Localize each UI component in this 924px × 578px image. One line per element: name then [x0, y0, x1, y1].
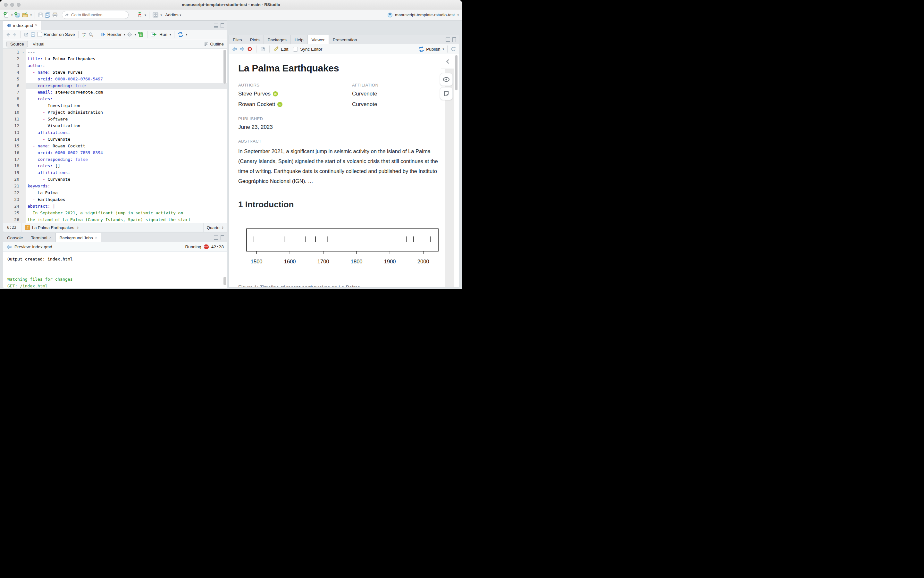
fold-arrow-icon[interactable]: ▾: [23, 49, 24, 56]
pane-layout-dropdown[interactable]: ▾: [161, 13, 162, 17]
code-line-20[interactable]: 20 - Curvenote: [3, 176, 227, 183]
popout-icon[interactable]: [24, 32, 29, 37]
tab-index-qmd[interactable]: index.qmd ×: [3, 21, 41, 30]
open-file-button[interactable]: [22, 12, 29, 18]
new-file-dropdown[interactable]: ▾: [11, 13, 13, 17]
maximize-pane-icon[interactable]: [221, 235, 224, 240]
annotation-button[interactable]: [440, 87, 453, 100]
gear-icon[interactable]: [127, 32, 132, 37]
rerun-icon[interactable]: [177, 32, 184, 37]
code-line-7[interactable]: 7 email: steve@curvenote.com: [3, 89, 227, 96]
publish-dropdown[interactable]: ▾: [442, 47, 444, 50]
sync-editor-checkbox[interactable]: [293, 47, 298, 52]
tab-terminal[interactable]: Terminal×: [27, 233, 56, 242]
code-line-16[interactable]: 16 orcid: 0000-0002-7859-8394: [3, 149, 227, 156]
tab-presentation[interactable]: Presentation: [329, 35, 361, 44]
clear-viewer-icon[interactable]: [247, 47, 252, 52]
code-line-18[interactable]: 18 roles: []: [3, 163, 227, 169]
close-tab-icon[interactable]: ×: [95, 235, 97, 240]
source-mode-button[interactable]: Source: [7, 41, 28, 47]
stop-job-icon[interactable]: STOP: [204, 244, 209, 249]
run-button[interactable]: Run: [159, 32, 168, 37]
code-line-14[interactable]: 14 - Curvenote: [3, 136, 227, 143]
run-dropdown[interactable]: ▾: [169, 33, 171, 36]
pane-layout-button[interactable]: [152, 12, 159, 18]
project-selector[interactable]: R manuscript-template-rstudio-test ▾: [387, 12, 459, 18]
code-line-21[interactable]: 21keywords:: [3, 183, 227, 190]
collapse-panel-button[interactable]: [441, 54, 454, 69]
code-line-12[interactable]: 12 - Visualization: [3, 123, 227, 130]
code-line-17[interactable]: 17 corresponding: false: [3, 156, 227, 163]
code-line-10[interactable]: 10 - Project administration: [3, 109, 227, 116]
close-tab-icon[interactable]: ×: [35, 23, 37, 28]
save-button[interactable]: [38, 12, 43, 18]
gear-dropdown[interactable]: ▾: [135, 33, 136, 36]
close-tab-icon[interactable]: ×: [49, 235, 52, 240]
git-commit-icon[interactable]: G: [137, 12, 143, 18]
addins-menu[interactable]: Addins ▾: [165, 13, 181, 17]
open-recent-dropdown[interactable]: ▾: [31, 13, 32, 17]
render-dropdown[interactable]: ▾: [124, 33, 125, 36]
console-output[interactable]: Output created: index.html Watching file…: [3, 252, 227, 288]
viewer-forward-icon[interactable]: [239, 47, 245, 52]
back-icon[interactable]: [6, 32, 11, 37]
code-line-2[interactable]: 2title: La Palma Earthquakes: [3, 56, 227, 62]
language-mode-menu[interactable]: Quarto ▲▼: [203, 223, 227, 232]
orcid-id-icon[interactable]: iD: [277, 102, 283, 107]
forward-icon[interactable]: [12, 32, 17, 37]
code-line-11[interactable]: 11 - Software: [3, 116, 227, 123]
new-project-button[interactable]: R: [14, 12, 21, 18]
run-icon[interactable]: [151, 32, 158, 37]
code-line-4[interactable]: 4 - name: Steve Purves: [3, 69, 227, 76]
tab-console[interactable]: Console: [3, 233, 27, 242]
code-line-24[interactable]: 24abstract: |: [3, 203, 227, 210]
code-line-5[interactable]: 5 orcid: 0000-0002-0760-5497: [3, 76, 227, 83]
viewer-scrollbar[interactable]: [455, 55, 457, 90]
code-line-13[interactable]: 13 affiliations:: [3, 130, 227, 136]
tab-plots[interactable]: Plots: [246, 35, 264, 44]
vcs-dropdown[interactable]: ▾: [145, 13, 146, 17]
viewer-content[interactable]: La Palma Earthquakes AUTHORSAFFILIATIONS…: [229, 54, 459, 287]
outline-button[interactable]: Outline: [204, 42, 224, 47]
section-jump-menu[interactable]: # La Palma Earthquakes ▲▼: [22, 225, 79, 230]
code-line-25[interactable]: 25 In September 2021, a significant jump…: [3, 210, 227, 217]
render-button[interactable]: Render: [107, 32, 122, 37]
minimize-pane-icon[interactable]: [214, 23, 218, 28]
print-button[interactable]: [52, 12, 58, 18]
edit-pencil-icon[interactable]: [273, 47, 278, 52]
maximize-pane-icon[interactable]: [221, 23, 224, 28]
maximize-pane-icon[interactable]: [452, 37, 456, 42]
editor-scrollbar[interactable]: [223, 50, 226, 84]
save-file-icon[interactable]: [31, 32, 36, 37]
orcid-id-icon[interactable]: iD: [273, 91, 278, 96]
console-scrollbar[interactable]: [223, 277, 226, 285]
code-line-19[interactable]: 19 affiliations:: [3, 169, 227, 176]
minimize-pane-icon[interactable]: [446, 37, 450, 42]
tab-help[interactable]: Help: [291, 35, 308, 44]
code-line-1[interactable]: 1▾---: [3, 49, 227, 56]
insert-chunk-icon[interactable]: C: [138, 31, 144, 38]
new-file-button[interactable]: [3, 12, 9, 18]
viewer-popout-icon[interactable]: [260, 47, 265, 52]
code-line-15[interactable]: 15 - name: Rowan Cockett: [3, 143, 227, 149]
code-line-26[interactable]: 26the island of La Palma (Canary Islands…: [3, 217, 227, 223]
visibility-button[interactable]: [440, 73, 453, 86]
tab-viewer[interactable]: Viewer: [308, 35, 329, 45]
goto-file-input[interactable]: [62, 11, 129, 19]
visual-mode-button[interactable]: Visual: [29, 41, 48, 47]
code-line-23[interactable]: 23 - Earthquakes: [3, 196, 227, 203]
viewer-back-icon[interactable]: [232, 47, 237, 52]
save-all-button[interactable]: [45, 12, 50, 18]
tab-packages[interactable]: Packages: [264, 35, 291, 44]
code-line-8[interactable]: 8 roles:: [3, 96, 227, 102]
spellcheck-icon[interactable]: ABC ✓: [82, 32, 87, 37]
code-line-9[interactable]: 9 - Investigation: [3, 102, 227, 109]
edit-button[interactable]: Edit: [281, 47, 288, 52]
rerun-dropdown[interactable]: ▾: [185, 33, 187, 36]
refresh-icon[interactable]: [451, 47, 456, 52]
render-on-save-checkbox[interactable]: [37, 32, 42, 37]
code-line-22[interactable]: 22 - La Palma: [3, 190, 227, 196]
render-icon[interactable]: [100, 32, 106, 37]
code-editor[interactable]: 1▾---2title: La Palma Earthquakes3author…: [3, 49, 227, 223]
tab-files[interactable]: Files: [229, 35, 246, 44]
